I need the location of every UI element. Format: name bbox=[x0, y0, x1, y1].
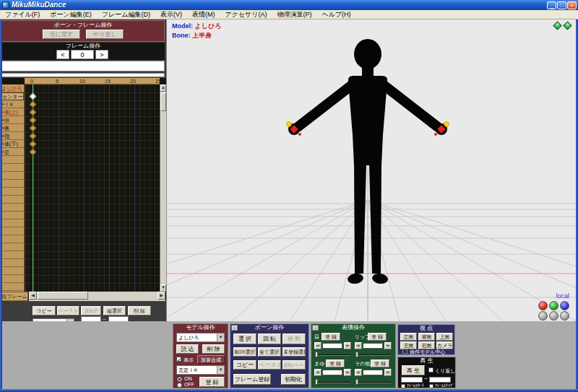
minimize-panel-icon[interactable]: - bbox=[312, 325, 319, 331]
frame-next-button[interactable]: > bbox=[95, 50, 108, 59]
play-end-input[interactable] bbox=[429, 377, 451, 383]
frame-start-checkbox[interactable] bbox=[401, 384, 405, 388]
bone-reverse-paste-button[interactable]: 反転ペースト bbox=[282, 360, 306, 370]
bone-name-listbox-row[interactable] bbox=[1, 73, 165, 77]
menu-file[interactable]: ファイル(F) bbox=[0, 10, 45, 19]
scroll-up-icon[interactable]: ▲ bbox=[160, 84, 166, 92]
eye-slider-handle[interactable] bbox=[315, 352, 318, 357]
rotate-x-ball-icon[interactable] bbox=[538, 301, 548, 310]
select-unregistered-button[interactable]: 未登録選択 bbox=[282, 347, 306, 357]
scroll-right-icon[interactable]: ▶ bbox=[158, 292, 165, 300]
bone-paste-button[interactable]: ペースト bbox=[258, 360, 281, 370]
row-fingers[interactable]: +指 bbox=[0, 132, 24, 140]
model-delete-button[interactable]: 削 除 bbox=[202, 344, 225, 354]
rotate-z-ball-icon[interactable] bbox=[560, 301, 569, 310]
undo-button[interactable]: 元に戻す bbox=[43, 30, 80, 39]
menu-frame-edit[interactable]: フレーム編集(D) bbox=[97, 10, 155, 19]
ik-register-button[interactable]: 登 録 bbox=[199, 377, 225, 387]
row-model-name[interactable]: よしひろ bbox=[0, 84, 24, 92]
row-ik[interactable]: +ＩＫ bbox=[0, 100, 24, 108]
timeline-vertical-scrollbar[interactable]: ▲ ▼ bbox=[160, 84, 166, 292]
bone-rotate-button[interactable]: 回 転 bbox=[258, 334, 281, 344]
other-decrease-icon[interactable]: ≪ bbox=[355, 369, 362, 376]
delete-button[interactable]: 削 除 bbox=[128, 306, 151, 315]
display-checkbox[interactable]: ✓ bbox=[176, 357, 181, 362]
model-load-button[interactable]: 読 込 bbox=[176, 344, 199, 354]
chevron-down-icon[interactable]: ▼ bbox=[217, 366, 224, 374]
other-increase-icon[interactable]: ≫ bbox=[384, 369, 392, 376]
other-slider-handle[interactable] bbox=[355, 379, 358, 385]
eye-slider[interactable] bbox=[316, 354, 350, 356]
brow-decrease-icon[interactable]: ≪ bbox=[314, 369, 322, 376]
lip-slider[interactable] bbox=[356, 354, 391, 356]
row-center[interactable]: センター bbox=[0, 92, 24, 100]
repeat-checkbox[interactable] bbox=[428, 367, 434, 373]
horizontal-scroll-thumb[interactable] bbox=[38, 292, 88, 300]
other-slider[interactable] bbox=[356, 382, 391, 383]
menu-physics[interactable]: 物理演算(P) bbox=[272, 10, 316, 19]
row-head[interactable]: +頭 bbox=[0, 116, 24, 124]
view-top-button[interactable]: 上面 bbox=[436, 333, 453, 341]
menu-help[interactable]: ヘルプ(H) bbox=[316, 10, 355, 19]
brow-increase-icon[interactable]: ≫ bbox=[344, 369, 351, 376]
ik-on-radio[interactable] bbox=[177, 377, 182, 382]
current-frame-tab[interactable]: 現フレーム bbox=[1, 292, 28, 301]
frame-register-button[interactable]: フレーム登録 bbox=[233, 374, 271, 385]
minimize-button[interactable]: _ bbox=[547, 1, 556, 9]
viewport-3d[interactable]: Model: よしひろ Bone: 上半身 local bbox=[166, 19, 578, 321]
maximize-button[interactable]: □ bbox=[557, 1, 566, 9]
move-x-ball-icon[interactable] bbox=[538, 311, 548, 321]
minimize-panel-icon[interactable]: - bbox=[231, 325, 238, 331]
timeline-horizontal-scrollbar[interactable]: ◀ ▶ bbox=[29, 292, 165, 301]
lip-register-button[interactable]: 登 録 bbox=[368, 333, 387, 341]
select-all-button[interactable]: 全て選択 bbox=[258, 347, 281, 357]
menu-view[interactable]: 表示(V) bbox=[155, 10, 187, 19]
menu-facial[interactable]: 表情(M) bbox=[187, 10, 220, 19]
other-register-button[interactable]: 登 録 bbox=[371, 360, 389, 367]
row-body-lower[interactable]: +体(下) bbox=[0, 140, 24, 148]
scroll-left-icon[interactable]: ◀ bbox=[29, 292, 37, 300]
row-body-upper[interactable]: +体(上) bbox=[0, 108, 24, 116]
chevron-down-icon[interactable]: ▼ bbox=[217, 334, 224, 341]
keyframe-grid[interactable] bbox=[25, 84, 160, 292]
brow-slider-handle[interactable] bbox=[315, 379, 318, 385]
row-arm[interactable]: +腕 bbox=[0, 124, 24, 132]
row-leg[interactable]: +足 bbox=[0, 148, 24, 156]
model-select-dropdown[interactable]: よしひろ ▼ bbox=[176, 333, 225, 342]
move-y-ball-icon[interactable] bbox=[549, 311, 558, 321]
view-back-button[interactable]: 背面 bbox=[418, 333, 435, 341]
lip-value-box[interactable] bbox=[363, 343, 383, 349]
play-button[interactable]: 再 生 bbox=[402, 365, 425, 375]
timeline-frame-ruler[interactable]: 0 5 10 15 20 25 bbox=[25, 78, 160, 84]
eye-decrease-icon[interactable]: ≪ bbox=[314, 342, 322, 349]
blend-button[interactable]: 加算合成 bbox=[197, 355, 225, 364]
frame-stop-checkbox[interactable] bbox=[429, 384, 434, 388]
reverse-paste-button[interactable]: 反転P bbox=[81, 306, 101, 315]
ik-off-radio[interactable] bbox=[177, 383, 182, 388]
bone-name-listbox[interactable] bbox=[1, 61, 165, 71]
ik-select-dropdown[interactable]: 左足ＩＫ ▼ bbox=[176, 365, 225, 375]
brow-value-box[interactable] bbox=[322, 370, 342, 375]
scroll-down-icon[interactable]: ▼ bbox=[160, 284, 166, 292]
brow-register-button[interactable]: 登 録 bbox=[326, 360, 345, 367]
bone-copy-button[interactable]: コピー bbox=[233, 360, 256, 370]
play-start-input[interactable] bbox=[401, 377, 423, 383]
paste-button[interactable]: ペースト bbox=[57, 306, 79, 315]
brow-slider[interactable] bbox=[316, 382, 350, 383]
box-select-button[interactable]: BOX選択 bbox=[233, 347, 256, 357]
frame-number-input[interactable]: 0 bbox=[71, 50, 94, 59]
menu-bone-edit[interactable]: ボーン編集(E) bbox=[45, 10, 96, 19]
move-z-ball-icon[interactable] bbox=[560, 311, 569, 321]
eye-register-button[interactable]: 登 録 bbox=[322, 333, 340, 341]
lip-decrease-icon[interactable]: ≪ bbox=[355, 342, 362, 349]
other-value-box[interactable] bbox=[363, 370, 383, 375]
lip-increase-icon[interactable]: ≫ bbox=[384, 342, 392, 349]
lip-slider-handle[interactable] bbox=[355, 352, 358, 357]
view-front-button[interactable]: 正面 bbox=[400, 333, 417, 341]
keyframe-timeline[interactable]: 0 5 10 15 20 25 よしひろ センター +ＩＫ +体(上) +頭 +… bbox=[0, 78, 166, 301]
center-model-checkbox[interactable] bbox=[402, 349, 407, 354]
bone-move-button[interactable]: 移 動 bbox=[282, 334, 306, 344]
eye-increase-icon[interactable]: ≫ bbox=[344, 342, 351, 349]
rotate-y-ball-icon[interactable] bbox=[549, 301, 558, 310]
eye-value-box[interactable] bbox=[322, 343, 342, 349]
